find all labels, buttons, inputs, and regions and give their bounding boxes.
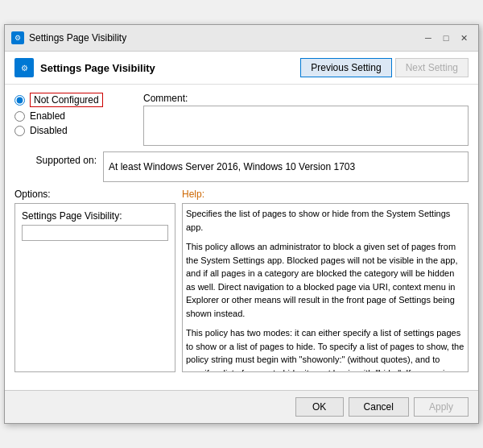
help-text: Specifies the list of pages to show or h… (186, 207, 464, 372)
nav-buttons: Previous Setting Next Setting (300, 58, 469, 77)
title-bar: ⚙ Settings Page Visibility ─ □ ✕ (5, 25, 478, 52)
previous-setting-button[interactable]: Previous Setting (300, 58, 391, 77)
dialog-header-left: ⚙ Settings Page Visibility (14, 58, 155, 77)
enabled-option[interactable]: Enabled (14, 110, 143, 122)
comment-label: Comment: (143, 93, 469, 104)
cancel-button[interactable]: Cancel (349, 397, 409, 417)
help-header: Help: (182, 189, 469, 200)
help-box: Specifies the list of pages to show or h… (182, 203, 469, 372)
enabled-radio[interactable] (14, 111, 25, 122)
not-configured-option[interactable]: Not Configured (14, 93, 143, 107)
window-title: Settings Page Visibility (29, 32, 126, 44)
dialog-header: ⚙ Settings Page Visibility Previous Sett… (5, 52, 478, 85)
options-field-label: Settings Page Visibility: (22, 210, 168, 222)
apply-button[interactable]: Apply (414, 397, 469, 417)
supported-section: Supported on: At least Windows Server 20… (14, 151, 469, 182)
supported-label: Supported on: (14, 155, 103, 166)
window-icon: ⚙ (11, 31, 24, 44)
enabled-label: Enabled (30, 110, 65, 122)
supported-value: At least Windows Server 2016, Windows 10… (103, 151, 469, 182)
comment-section: Comment: (143, 93, 469, 148)
disabled-option[interactable]: Disabled (14, 125, 143, 136)
dialog-icon: ⚙ (14, 58, 34, 77)
minimize-button[interactable]: ─ (420, 30, 436, 46)
options-inner: Settings Page Visibility: (19, 207, 171, 244)
options-header: Options: (14, 189, 175, 200)
radio-section: Not Configured Enabled Disabled (14, 93, 143, 142)
dialog-title: Settings Page Visibility (40, 62, 155, 74)
help-para-1: Specifies the list of pages to show or h… (186, 207, 464, 234)
maximize-button[interactable]: □ (438, 30, 454, 46)
help-panel: Help: Specifies the list of pages to sho… (182, 189, 469, 382)
main-window: ⚙ Settings Page Visibility ─ □ ✕ ⚙ Setti… (4, 24, 479, 424)
options-box: Settings Page Visibility: (14, 203, 175, 372)
help-para-3: This policy has two modes: it can either… (186, 326, 464, 372)
bottom-panels: Options: Settings Page Visibility: Help:… (14, 189, 469, 382)
comment-textarea[interactable] (143, 106, 469, 146)
title-controls: ─ □ ✕ (420, 30, 472, 46)
options-input[interactable] (22, 225, 168, 241)
footer: OK Cancel Apply (5, 390, 478, 423)
disabled-radio[interactable] (14, 126, 25, 136)
not-configured-radio[interactable] (14, 95, 25, 106)
disabled-label: Disabled (30, 125, 68, 136)
help-para-2: This policy allows an administrator to b… (186, 240, 464, 320)
ok-button[interactable]: OK (295, 397, 344, 417)
main-content: Not Configured Enabled Disabled Comment:… (5, 85, 478, 390)
not-configured-label: Not Configured (30, 93, 103, 107)
close-button[interactable]: ✕ (456, 30, 472, 46)
title-bar-left: ⚙ Settings Page Visibility (11, 31, 126, 44)
options-panel: Options: Settings Page Visibility: (14, 189, 175, 382)
next-setting-button[interactable]: Next Setting (395, 58, 469, 77)
